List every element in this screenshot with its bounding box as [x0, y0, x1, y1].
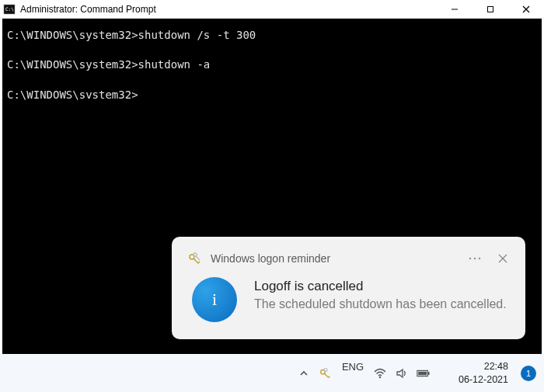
- clock[interactable]: 22:48 06-12-2021: [459, 360, 508, 386]
- terminal-line: C:\WINDOWS\system32>shutdown /s -t 300: [7, 26, 537, 43]
- window-controls: [437, 0, 544, 18]
- cmd-icon: C:\: [3, 3, 16, 16]
- volume-icon[interactable]: [395, 366, 409, 380]
- terminal-line: C:\WINDOWS\system32>shutdown -a: [7, 56, 537, 73]
- keys-icon: [187, 251, 203, 266]
- svg-point-9: [474, 258, 476, 260]
- battery-icon[interactable]: [417, 366, 431, 380]
- close-button[interactable]: [508, 0, 544, 19]
- svg-point-14: [324, 368, 327, 371]
- info-icon: i: [192, 277, 237, 322]
- svg-point-7: [194, 253, 197, 256]
- toast-message: The scheduled shutdown has been cancelle…: [254, 296, 507, 313]
- svg-rect-17: [428, 372, 430, 375]
- tray-app-icon[interactable]: [319, 366, 333, 380]
- svg-rect-18: [418, 371, 427, 375]
- maximize-button[interactable]: [473, 0, 508, 19]
- svg-point-15: [379, 376, 381, 377]
- toast-app-name: Windows logon reminder: [211, 252, 468, 265]
- notification-badge[interactable]: 1: [521, 366, 536, 381]
- svg-point-8: [469, 258, 472, 260]
- date-text: 06-12-2021: [459, 373, 508, 386]
- time-text: 22:48: [459, 360, 508, 373]
- system-tray[interactable]: [373, 366, 431, 380]
- svg-rect-3: [488, 7, 493, 12]
- toast-more-button[interactable]: [468, 252, 482, 265]
- window-titlebar: C:\ Administrator: Command Prompt: [0, 0, 544, 19]
- window-title: Administrator: Command Prompt: [20, 4, 437, 15]
- toast-close-button[interactable]: [496, 252, 510, 265]
- toast-body: i Logoff is cancelled The scheduled shut…: [187, 277, 510, 322]
- taskbar: ENG 22:48 06-12-2021 1: [0, 354, 544, 392]
- terminal-line: C:\WINDOWS\svstem32>: [7, 86, 537, 103]
- language-indicator[interactable]: ENG: [342, 361, 364, 373]
- svg-point-10: [479, 258, 481, 260]
- minimize-button[interactable]: [437, 0, 473, 19]
- toast-header: Windows logon reminder: [187, 251, 510, 266]
- notification-toast[interactable]: Windows logon reminder i Logoff is cance…: [172, 237, 525, 339]
- svg-text:C:\: C:\: [5, 6, 14, 12]
- wifi-icon[interactable]: [373, 366, 387, 380]
- tray-overflow-button[interactable]: [298, 368, 309, 379]
- toast-title: Logoff is cancelled: [254, 279, 507, 294]
